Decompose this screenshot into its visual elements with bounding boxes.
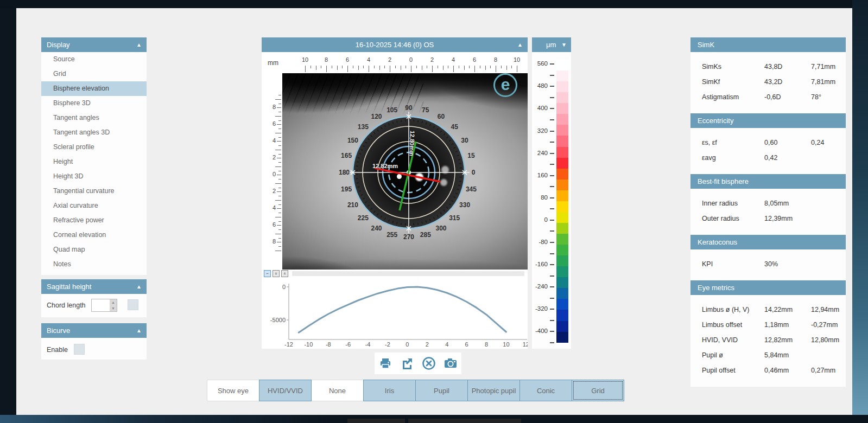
expand-up-button[interactable]: « bbox=[281, 270, 288, 277]
sidebar-item-tangent-angles[interactable]: Tangent angles bbox=[41, 111, 147, 125]
ruler-label: 4 bbox=[447, 56, 459, 63]
tab-conic[interactable]: Conic bbox=[519, 380, 572, 401]
color-band bbox=[556, 223, 568, 234]
scale-tick bbox=[550, 275, 554, 277]
scale-value-label: 480 bbox=[533, 82, 548, 89]
collapse-up-icon[interactable]: ▲ bbox=[136, 323, 142, 338]
chord-length-stepper[interactable]: ▲ ▼ bbox=[110, 299, 117, 311]
splitter-track[interactable] bbox=[292, 271, 524, 276]
sidebar-item-corneal-elevation[interactable]: Corneal elevation bbox=[41, 228, 147, 242]
ruler-label: 2 bbox=[268, 188, 276, 194]
sidebar-item-bisphere-elevation[interactable]: Bisphere elevation bbox=[41, 81, 147, 96]
x-tick-label: -6 bbox=[345, 341, 351, 348]
ruler-label: 2 bbox=[384, 56, 396, 63]
sidebar-item-height-3d[interactable]: Height 3D bbox=[41, 169, 147, 184]
collapse-up-icon[interactable]: ▲ bbox=[136, 279, 142, 294]
ruler-unit-label: mm bbox=[268, 59, 278, 67]
bicurve-header[interactable]: Bicurve ▲ bbox=[41, 323, 147, 338]
sidebar-item-grid[interactable]: Grid bbox=[41, 67, 147, 81]
print-button[interactable] bbox=[375, 352, 396, 374]
ruler-tick bbox=[480, 66, 480, 68]
display-panel-header[interactable]: Display ▲ bbox=[41, 37, 147, 52]
scale-header[interactable]: μm ▼ bbox=[532, 37, 571, 52]
tab-grid[interactable]: Grid bbox=[572, 380, 624, 401]
tab-none[interactable]: None bbox=[311, 380, 364, 401]
window-frame-top bbox=[0, 0, 868, 8]
sidebar-item-tangential-curvature[interactable]: Tangential curvature bbox=[41, 184, 147, 198]
sidebar-item-refractive-power[interactable]: Refractive power bbox=[41, 213, 147, 228]
display-panel-title: Display bbox=[47, 41, 70, 49]
expand-down-button[interactable]: » bbox=[273, 270, 280, 277]
color-band bbox=[556, 70, 568, 81]
collapse-up-icon[interactable]: ▲ bbox=[517, 37, 523, 52]
sagittal-height-title: Sagittal height bbox=[47, 283, 91, 291]
chord-length-checkbox[interactable] bbox=[128, 299, 138, 310]
sidebar-item-scleral-profile[interactable]: Scleral profile bbox=[41, 140, 147, 155]
sidebar-item-source[interactable]: Source bbox=[41, 52, 147, 67]
section-body: Inner radius8,05mmOuter radius12,39mm bbox=[690, 189, 846, 235]
export-button[interactable] bbox=[396, 352, 418, 374]
tab-show-eye[interactable]: Show eye bbox=[207, 380, 259, 401]
metric-value-1: -0,6D bbox=[764, 93, 781, 101]
metric-row: SimKs43,8D7,71mm bbox=[690, 60, 846, 75]
scale-tick bbox=[550, 175, 554, 176]
ruler-tick bbox=[311, 66, 311, 68]
display-items: SourceGridBisphere elevationBisphere 3DT… bbox=[41, 52, 147, 272]
color-band bbox=[556, 190, 568, 201]
collapse-image-button[interactable]: − bbox=[264, 270, 271, 277]
x-tick-label: -12 bbox=[284, 341, 293, 348]
ruler-label: 8 bbox=[268, 238, 276, 245]
chord-length-input[interactable]: ▲ ▼ bbox=[91, 299, 117, 312]
angle-label-270: 270 bbox=[403, 233, 414, 241]
tab-iris[interactable]: Iris bbox=[363, 380, 416, 401]
tab-pupil[interactable]: Pupil bbox=[415, 380, 468, 401]
metric-row: HVID, VVID12,82mm12,80mm bbox=[690, 334, 846, 349]
esp-logo-icon: e bbox=[493, 73, 517, 97]
sidebar-item-height[interactable]: Height bbox=[41, 155, 147, 169]
scale-value-label: 240 bbox=[533, 150, 548, 156]
scale-tick bbox=[550, 253, 554, 254]
close-button[interactable] bbox=[418, 352, 440, 374]
sidebar-item-quad-map[interactable]: Quad map bbox=[41, 242, 147, 257]
color-band bbox=[556, 299, 568, 310]
metric-label: KPI bbox=[702, 260, 713, 268]
camera-button[interactable] bbox=[440, 352, 461, 374]
color-band bbox=[556, 255, 568, 266]
color-band bbox=[556, 158, 568, 169]
metric-label: Inner radius bbox=[702, 200, 738, 207]
collapse-up-icon[interactable]: ▲ bbox=[136, 37, 142, 52]
metric-value-2: 78° bbox=[811, 93, 821, 101]
metric-value-1: 43,2D bbox=[764, 78, 782, 86]
scale-tick bbox=[550, 197, 554, 198]
scale-tick bbox=[550, 97, 554, 98]
ruler-tick bbox=[517, 66, 517, 72]
x-tick-label: 4 bbox=[445, 341, 448, 348]
bicurve-enable-checkbox[interactable] bbox=[74, 344, 85, 355]
color-scale-panel: μm ▼ 560480400320240160800-80-160-240-32… bbox=[532, 37, 571, 349]
stepper-down-icon[interactable]: ▼ bbox=[110, 305, 117, 311]
metric-value-1: 0,42 bbox=[764, 154, 777, 162]
x-tick-label: 10 bbox=[503, 341, 509, 348]
sagittal-height-header[interactable]: Sagittal height ▲ bbox=[41, 279, 147, 294]
ruler-label: 0 bbox=[268, 171, 276, 177]
ruler-tick bbox=[422, 66, 422, 70]
metric-row: Limbus offset1,18mm-0,27mm bbox=[690, 318, 846, 334]
ruler-label: 8 bbox=[268, 104, 276, 110]
sidebar-item-notes[interactable]: Notes bbox=[41, 257, 147, 272]
ruler-tick bbox=[277, 107, 281, 108]
color-band bbox=[556, 266, 568, 277]
sidebar-item-axial-curvature[interactable]: Axial curvature bbox=[41, 198, 147, 213]
sidebar-item-bisphere-3d[interactable]: Bisphere 3D bbox=[41, 96, 147, 111]
scale-value-label: -320 bbox=[533, 305, 548, 312]
ruler-tick bbox=[342, 66, 343, 68]
angle-label-330: 330 bbox=[459, 201, 470, 209]
sidebar-item-tangent-angles-3d[interactable]: Tangent angles 3D bbox=[41, 125, 147, 140]
close-icon bbox=[422, 356, 436, 370]
ruler-label: 0 bbox=[405, 56, 417, 63]
tab-hvid-vvid[interactable]: HVID/VVID bbox=[259, 380, 312, 401]
ruler-tick bbox=[278, 162, 281, 163]
metric-value-1: 30% bbox=[764, 260, 778, 268]
angle-label-30: 30 bbox=[461, 137, 468, 144]
dropdown-arrow-icon[interactable]: ▼ bbox=[561, 37, 567, 52]
tab-photopic-pupil[interactable]: Photopic pupil bbox=[467, 380, 520, 401]
